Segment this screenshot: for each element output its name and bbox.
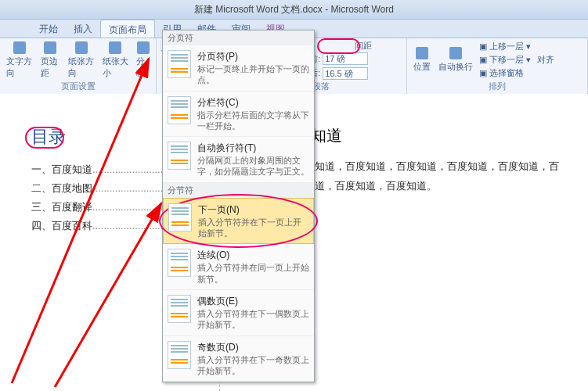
tab-home[interactable]: 开始 bbox=[31, 20, 66, 38]
item-odd-page[interactable]: 奇数页(D)插入分节符并在下一奇数页上开始新节。 bbox=[163, 336, 314, 382]
bring-forward-button[interactable]: ▣ 上移一层 ▾ bbox=[479, 40, 531, 53]
wrap-break-icon bbox=[168, 142, 191, 170]
odd-page-icon bbox=[168, 341, 191, 369]
spacing-before-input[interactable]: 17 磅 bbox=[323, 52, 368, 65]
column-break-icon bbox=[168, 96, 191, 124]
item-text-wrap-break[interactable]: 自动换行符(T)分隔网页上的对象周围的文字，如分隔题注文字与正文。 bbox=[163, 137, 314, 183]
group-arrange-label: 排列 bbox=[412, 81, 583, 92]
item-next-page[interactable]: 下一页(N)插入分节符并在下一页上开始新节。 bbox=[163, 198, 314, 245]
page-break-icon bbox=[168, 50, 191, 78]
tab-insert[interactable]: 插入 bbox=[66, 20, 100, 38]
wrap-button[interactable]: 自动换行 bbox=[437, 45, 474, 74]
group-page-setup-label: 页面设置 bbox=[5, 81, 151, 92]
text-direction-button[interactable]: 文字方向 bbox=[5, 40, 34, 81]
margins-button[interactable]: 页边距 bbox=[39, 40, 62, 81]
section-section-breaks: 分节符 bbox=[163, 183, 314, 198]
align-button[interactable]: 对齐 bbox=[536, 52, 556, 67]
next-page-icon bbox=[168, 203, 192, 231]
columns-button[interactable]: 分栏 bbox=[135, 40, 151, 81]
continuous-icon bbox=[168, 249, 191, 277]
item-column-break[interactable]: 分栏符(C)指示分栏符后面的文字将从下一栏开始。 bbox=[163, 91, 314, 138]
tab-page-layout[interactable]: 页面布局 bbox=[100, 20, 155, 38]
item-page-break[interactable]: 分页符(P)标记一页终止并开始下一页的点。 bbox=[163, 45, 314, 91]
item-continuous[interactable]: 连续(O)插入分节符并在同一页上开始新节。 bbox=[163, 244, 314, 290]
breaks-dropdown-menu: 分页符 分页符(P)标记一页终止并开始下一页的点。 分栏符(C)指示分栏符后面的… bbox=[162, 30, 315, 382]
even-page-icon bbox=[168, 295, 191, 323]
selection-pane-button[interactable]: ▣ 选择窗格 bbox=[479, 66, 531, 80]
item-even-page[interactable]: 偶数页(E)插入分节符并在下一偶数页上开始新节。 bbox=[163, 290, 314, 336]
section-page-breaks: 分页符 bbox=[163, 30, 314, 45]
position-button[interactable]: 位置 bbox=[412, 45, 432, 74]
size-button[interactable]: 纸张大小 bbox=[101, 40, 131, 81]
spacing-after-input[interactable]: 16.5 磅 bbox=[323, 67, 368, 80]
send-backward-button[interactable]: ▣ 下移一层 ▾ bbox=[479, 53, 531, 66]
orientation-button[interactable]: 纸张方向 bbox=[67, 40, 96, 81]
window-titlebar: 新建 Microsoft Word 文档.docx - Microsoft Wo… bbox=[0, 0, 588, 20]
